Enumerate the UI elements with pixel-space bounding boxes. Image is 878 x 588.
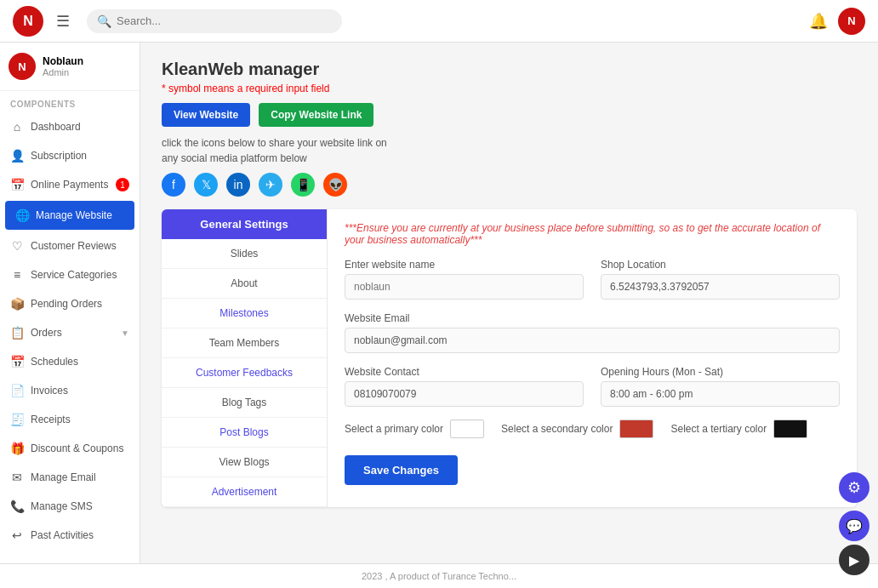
save-changes-button[interactable]: Save Changes <box>345 455 458 485</box>
telegram-icon[interactable]: ✈ <box>259 173 282 197</box>
topbar-right: 🔔 N <box>809 8 865 35</box>
share-text: click the icons below to share your webs… <box>162 135 857 166</box>
primary-color-swatch[interactable] <box>450 420 484 438</box>
menu-item-milestones[interactable]: Milestones <box>162 299 327 328</box>
left-panel: General Settings Slides About Milestones… <box>162 209 328 507</box>
content-box: General Settings Slides About Milestones… <box>162 209 857 507</box>
sidebar-item-pending-orders[interactable]: 📦 Pending Orders <box>0 289 140 318</box>
tertiary-color-label: Select a tertiary color <box>670 423 767 435</box>
bell-icon[interactable]: 🔔 <box>809 12 828 31</box>
sidebar-item-schedules[interactable]: 📅 Schedules <box>0 347 140 376</box>
form-row-email: Website Email <box>345 312 840 353</box>
sidebar-item-discount-coupons[interactable]: 🎁 Discount & Coupons <box>0 434 140 463</box>
sidebar-item-label: Service Categories <box>31 269 117 281</box>
sidebar-item-label: Pending Orders <box>31 298 102 310</box>
schedules-icon: 📅 <box>10 355 24 368</box>
sidebar-item-label: Subscription <box>31 150 87 162</box>
service-categories-icon: ≡ <box>10 268 24 282</box>
topbar: N ☰ 🔍 🔔 N <box>0 0 878 43</box>
website-contact-label: Website Contact <box>345 366 584 378</box>
facebook-icon[interactable]: f <box>162 173 185 197</box>
subscription-icon: 👤 <box>10 149 24 163</box>
sidebar-item-label: Manage Website <box>36 209 112 221</box>
tertiary-color-group: Select a tertiary color <box>670 420 807 438</box>
action-buttons: View Website Copy Website Link <box>162 103 857 127</box>
footer-text: 2023 , A product of Turance Techno... <box>362 571 516 581</box>
warning-text: ***Ensure you are currently at your busi… <box>345 222 840 246</box>
chat-icon[interactable]: 💬 <box>839 511 869 541</box>
primary-color-label: Select a primary color <box>345 423 443 435</box>
user-avatar-topbar[interactable]: N <box>838 8 865 35</box>
menu-item-team-members[interactable]: Team Members <box>162 328 327 358</box>
website-contact-group: Website Contact <box>345 366 584 407</box>
manage-sms-icon: 📞 <box>10 500 24 513</box>
hamburger-menu[interactable]: ☰ <box>56 12 70 31</box>
menu-item-post-blogs[interactable]: Post Blogs <box>162 418 327 448</box>
sidebar-item-subscription[interactable]: 👤 Subscription <box>0 141 140 170</box>
shop-location-input[interactable] <box>601 274 840 300</box>
sidebar-item-label: Manage SMS <box>31 500 93 512</box>
menu-item-blog-tags[interactable]: Blog Tags <box>162 388 327 418</box>
website-name-input[interactable] <box>345 274 584 300</box>
primary-color-group: Select a primary color <box>345 420 484 438</box>
sidebar-item-past-activities[interactable]: ↩ Past Activities <box>0 521 140 550</box>
sidebar-item-receipts[interactable]: 🧾 Receipts <box>0 405 140 434</box>
user-name: Noblaun <box>43 55 83 67</box>
shop-location-label: Shop Location <box>601 259 840 271</box>
sidebar-item-label: Customer Reviews <box>31 240 117 252</box>
search-input[interactable] <box>117 14 332 27</box>
sidebar-item-orders[interactable]: 📋 Orders ▼ <box>0 318 140 347</box>
sidebar-item-dashboard[interactable]: ⌂ Dashboard <box>0 112 140 141</box>
form-row-name-location: Enter website name Shop Location <box>345 259 840 300</box>
secondary-color-label: Select a secondary color <box>501 423 613 435</box>
online-payments-badge: 1 <box>116 178 129 191</box>
menu-item-slides[interactable]: Slides <box>162 239 327 269</box>
manage-website-icon: 🌐 <box>15 208 29 222</box>
pending-orders-icon: 📦 <box>10 297 24 311</box>
menu-item-advertisement[interactable]: Advertisement <box>162 477 327 507</box>
sidebar-item-label: Online Payments <box>31 179 108 191</box>
sidebar-item-label: Schedules <box>31 356 78 368</box>
copy-website-link-button[interactable]: Copy Website Link <box>259 103 373 127</box>
footer: 2023 , A product of Turance Techno... <box>0 563 878 588</box>
sidebar-item-label: Invoices <box>31 385 68 397</box>
view-website-button[interactable]: View Website <box>162 103 250 127</box>
dashboard-icon: ⌂ <box>10 120 24 134</box>
sidebar-item-manage-email[interactable]: ✉ Manage Email <box>0 463 140 492</box>
sidebar-item-online-payments[interactable]: 📅 Online Payments 1 <box>0 170 140 199</box>
tertiary-color-swatch[interactable] <box>773 420 807 438</box>
shop-location-group: Shop Location <box>601 259 840 300</box>
chevron-icon: ▼ <box>121 328 129 338</box>
color-row: Select a primary color Select a secondar… <box>345 420 840 438</box>
opening-hours-label: Opening Hours (Mon - Sat) <box>601 366 840 378</box>
online-payments-icon: 📅 <box>10 178 24 191</box>
website-name-label: Enter website name <box>345 259 584 271</box>
discount-icon: 🎁 <box>10 442 24 455</box>
secondary-color-swatch[interactable] <box>619 420 653 438</box>
menu-item-about[interactable]: About <box>162 269 327 299</box>
opening-hours-input[interactable] <box>601 381 840 407</box>
components-label: COMPONENTS <box>0 91 140 112</box>
twitter-icon[interactable]: 𝕏 <box>194 173 218 197</box>
sidebar-item-service-categories[interactable]: ≡ Service Categories <box>0 260 140 289</box>
support-settings-icon[interactable]: ⚙ <box>839 472 869 503</box>
website-email-input[interactable] <box>345 328 840 353</box>
sidebar-item-invoices[interactable]: 📄 Invoices <box>0 376 140 405</box>
play-button[interactable]: ▶ <box>839 545 869 575</box>
website-contact-input[interactable] <box>345 381 584 407</box>
menu-item-view-blogs[interactable]: View Blogs <box>162 448 327 477</box>
sidebar-item-manage-website[interactable]: 🌐 Manage Website <box>5 201 134 230</box>
search-icon: 🔍 <box>97 14 111 28</box>
website-name-group: Enter website name <box>345 259 584 300</box>
whatsapp-icon[interactable]: 📱 <box>291 173 315 197</box>
sidebar-item-manage-sms[interactable]: 📞 Manage SMS <box>0 492 140 521</box>
layout: N Noblaun Admin COMPONENTS ⌂ Dashboard 👤… <box>0 43 878 563</box>
sidebar-item-label: Manage Email <box>31 471 96 483</box>
linkedin-icon[interactable]: in <box>226 173 250 197</box>
menu-item-customer-feedbacks[interactable]: Customer Feedbacks <box>162 358 327 388</box>
reddit-icon[interactable]: 👽 <box>323 173 347 197</box>
secondary-color-group: Select a secondary color <box>501 420 653 438</box>
main-content: KleanWeb manager * symbol means a requir… <box>140 43 878 563</box>
past-activities-icon: ↩ <box>10 528 24 542</box>
sidebar-item-customer-reviews[interactable]: ♡ Customer Reviews <box>0 231 140 260</box>
